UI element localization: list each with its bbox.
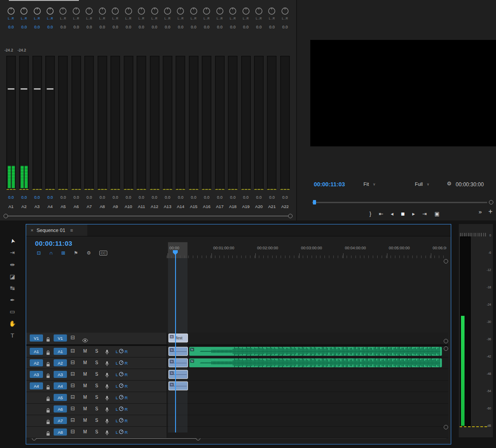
source-patch-badge[interactable]: V1: [30, 334, 43, 342]
insert-overwrite-icon[interactable]: ⊟: [70, 417, 75, 423]
pan-value[interactable]: 0.0: [161, 25, 174, 29]
track-select-forward-tool[interactable]: ⇥: [4, 247, 20, 259]
fader-track[interactable]: [215, 56, 224, 190]
timeline-settings-wrench-icon[interactable]: ⚙: [86, 250, 91, 256]
mute-button[interactable]: M: [82, 418, 88, 423]
panel-menu-icon[interactable]: ≡: [70, 228, 73, 233]
pan-control[interactable]: LR: [116, 360, 128, 366]
lock-icon[interactable]: [46, 430, 50, 438]
pan-control[interactable]: LR: [116, 406, 128, 412]
pan-control[interactable]: LR: [116, 372, 128, 377]
zoom-level-select[interactable]: Fit ∨: [363, 181, 375, 187]
mic-icon[interactable]: [105, 418, 109, 426]
pan-knob-icon[interactable]: [33, 7, 41, 17]
lock-icon[interactable]: [46, 395, 50, 403]
lock-icon[interactable]: [46, 372, 50, 380]
audio-track-lane[interactable]: [167, 392, 448, 403]
pan-value[interactable]: 0.0: [31, 25, 43, 29]
hand-tool[interactable]: ✋: [4, 318, 20, 330]
insert-overwrite-icon[interactable]: ⊟: [70, 394, 75, 400]
pan-knob-icon[interactable]: [98, 7, 106, 17]
pan-knob-icon[interactable]: [203, 7, 211, 17]
pan-knob-icon[interactable]: [46, 7, 54, 17]
mute-button[interactable]: M: [82, 383, 88, 388]
audio-track-lane[interactable]: fx: [167, 381, 448, 392]
playback-resolution-select[interactable]: Full ∨: [415, 181, 430, 187]
audio-track-lane[interactable]: fxfx: [167, 346, 448, 357]
volume-value[interactable]: 0.0: [187, 195, 200, 200]
pan-control[interactable]: LR: [116, 395, 128, 401]
pan-knob-icon[interactable]: [255, 7, 263, 17]
volume-value[interactable]: 0.0: [174, 195, 187, 200]
lock-icon[interactable]: [46, 384, 50, 392]
type-tool[interactable]: T: [4, 330, 20, 342]
mute-button[interactable]: M: [82, 349, 88, 354]
fader-track[interactable]: [189, 56, 198, 190]
step-back-icon[interactable]: ◂: [391, 211, 394, 217]
export-frame-icon[interactable]: ▣: [434, 211, 439, 217]
pan-knob-icon[interactable]: [119, 429, 124, 435]
insert-overwrite-icon[interactable]: ⊟: [70, 382, 75, 389]
fader-track[interactable]: [254, 56, 264, 190]
mic-icon[interactable]: [105, 395, 109, 403]
volume-value[interactable]: 0.0: [122, 195, 135, 200]
scrubber-playhead[interactable]: [313, 200, 316, 204]
volume-value[interactable]: 0.0: [96, 195, 109, 200]
pan-knob-icon[interactable]: [119, 406, 124, 412]
source-patch-badge[interactable]: A3: [30, 371, 43, 378]
volume-value[interactable]: 0.0: [135, 195, 148, 200]
meter-well[interactable]: [460, 236, 471, 427]
track-badge[interactable]: A7: [54, 417, 67, 424]
stop-icon[interactable]: ■: [401, 210, 405, 217]
volume-value[interactable]: 0.0: [213, 195, 226, 200]
scrubber-handle[interactable]: [489, 200, 493, 204]
nest-sequences-icon[interactable]: ⊡: [37, 250, 41, 256]
volume-value[interactable]: 0.0: [83, 195, 96, 200]
audio-clip[interactable]: fx: [168, 347, 188, 356]
pan-knob-icon[interactable]: [119, 360, 124, 366]
audio-clip[interactable]: fx: [168, 358, 188, 367]
program-scrubber[interactable]: [312, 200, 493, 205]
pan-value[interactable]: 0.0: [4, 25, 17, 29]
pan-knob-icon[interactable]: [85, 7, 93, 17]
pan-knob-icon[interactable]: [229, 7, 237, 17]
pan-value[interactable]: 0.0: [239, 25, 252, 29]
pan-value[interactable]: 0.0: [122, 25, 135, 29]
fader-track[interactable]: [228, 56, 238, 190]
track-badge[interactable]: A4: [54, 382, 67, 389]
pan-knob-icon[interactable]: [20, 7, 28, 17]
audio-clip[interactable]: fx: [168, 381, 188, 390]
track-badge[interactable]: A1: [54, 348, 67, 355]
pan-knob-icon[interactable]: [137, 7, 145, 17]
lock-icon[interactable]: [46, 336, 50, 344]
lock-icon[interactable]: [46, 361, 50, 369]
track-badge[interactable]: A5: [54, 394, 67, 401]
audio-track-lane[interactable]: [167, 415, 448, 426]
video-clip[interactable]: fxTest: [168, 334, 188, 342]
audio-waveform-clip[interactable]: fx: [189, 347, 442, 356]
mute-button[interactable]: M: [82, 395, 88, 400]
scroll-handle-dot[interactable]: [444, 259, 448, 263]
fader-track[interactable]: [20, 56, 29, 190]
mic-icon[interactable]: [105, 349, 109, 357]
pan-knob-icon[interactable]: [281, 7, 289, 17]
pan-knob-icon[interactable]: [176, 7, 184, 17]
audio-waveform-clip[interactable]: fx: [189, 358, 442, 367]
audio-track-lane[interactable]: fx: [167, 369, 448, 380]
pan-value[interactable]: 0.0: [174, 25, 187, 29]
audio-track-lane[interactable]: [167, 404, 448, 415]
linked-selection-icon[interactable]: ⊞: [61, 250, 65, 256]
scroll-handle-dot[interactable]: [444, 425, 448, 429]
mixer-horizontal-scrollbar[interactable]: [4, 213, 293, 219]
scroll-handle-dot[interactable]: [444, 339, 448, 343]
volume-value[interactable]: 0.0: [252, 195, 265, 200]
lock-icon[interactable]: [46, 349, 50, 357]
pan-knob-icon[interactable]: [119, 395, 124, 401]
volume-value[interactable]: 0.0: [239, 195, 252, 200]
pan-knob-icon[interactable]: [119, 383, 124, 389]
pan-knob-icon[interactable]: [268, 7, 276, 17]
selection-tool[interactable]: ➤: [4, 235, 20, 247]
fader-track[interactable]: [32, 56, 42, 190]
fader-handle[interactable]: [47, 88, 54, 90]
add-marker-icon[interactable]: ⚑: [74, 250, 78, 256]
